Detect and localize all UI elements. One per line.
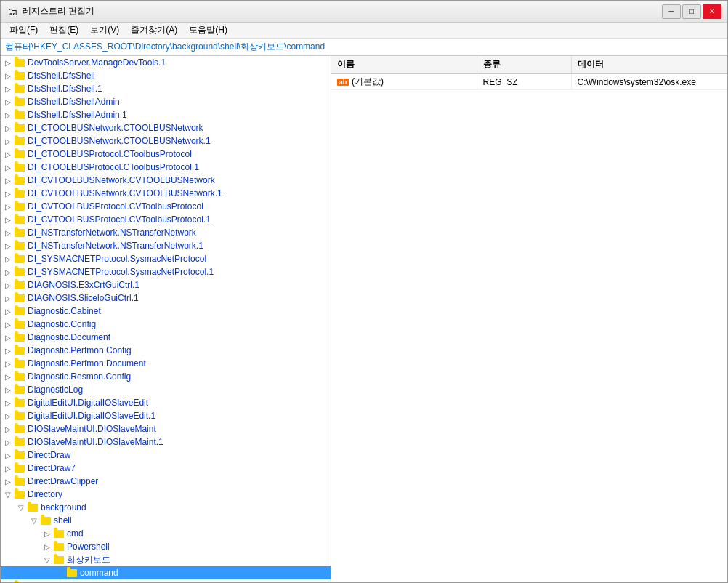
menu-edit[interactable]: 편집(E) bbox=[44, 23, 84, 38]
tree-item[interactable]: ▷ Diagnostic.Resmon.Config bbox=[1, 370, 331, 383]
tree-item[interactable]: ▷ DI_SYSMACNETProtocol.SysmacNetProtocol bbox=[1, 252, 331, 265]
folder-icon bbox=[14, 423, 25, 435]
expand-icon: ▷ bbox=[2, 226, 14, 239]
table-row[interactable]: ab (기본값) REG_SZ C:\Windows\system32\osk.… bbox=[331, 73, 727, 90]
expand-icon: ▷ bbox=[2, 187, 14, 200]
item-label: DI_CTOOLBUSNetwork.CTOOLBUSNetwork bbox=[28, 123, 203, 133]
folder-icon bbox=[14, 397, 25, 409]
tree-item[interactable]: ▷ Diagnostic.Perfmon.Document bbox=[1, 357, 331, 370]
tree-item-powershell[interactable]: ▷ Powershell bbox=[1, 540, 331, 553]
item-label: DirectDraw7 bbox=[28, 463, 76, 473]
item-label: Diagnostic.Perfmon.Config bbox=[28, 345, 132, 355]
menu-help[interactable]: 도움말(H) bbox=[183, 23, 233, 38]
tree-item[interactable]: ▷ DIAGNOSIS.E3xCrtGuiCtrl.1 bbox=[1, 278, 331, 292]
close-button[interactable]: ✕ bbox=[703, 4, 721, 19]
tree-item[interactable]: ▷ DfsShell.DfsShell bbox=[1, 69, 331, 82]
menu-favorites[interactable]: 즐겨찾기(A) bbox=[125, 23, 183, 38]
item-label: DI_SYSMACNETProtocol.SysmacNetProtocol.1 bbox=[28, 267, 214, 277]
tree-item-background[interactable]: ▽ background bbox=[1, 501, 331, 514]
folder-icon bbox=[14, 292, 25, 304]
tree-item-shell[interactable]: ▽ shell bbox=[1, 514, 331, 527]
tree-item[interactable]: ▷ DI_CVTOOLBUSNetwork.CVTOOLBUSNetwork bbox=[1, 174, 331, 187]
address-bar: 컴퓨터\HKEY_CLASSES_ROOT\Directory\backgrou… bbox=[1, 39, 727, 56]
menu-view[interactable]: 보기(V) bbox=[84, 23, 125, 38]
expand-icon: ▷ bbox=[2, 161, 14, 174]
item-label: DigitalEditUI.DigitalIOSlaveEdit.1 bbox=[28, 411, 155, 421]
item-label: DfsShell.DfsShell.1 bbox=[28, 84, 102, 94]
item-label: cmd bbox=[67, 528, 84, 539]
expand-icon: ▷ bbox=[2, 318, 14, 331]
ab-icon: ab bbox=[337, 79, 349, 86]
tree-item[interactable]: ▷ DfsShell.DfsShell.1 bbox=[1, 82, 331, 95]
tree-item[interactable]: ▷ DI_SYSMACNETProtocol.SysmacNetProtocol… bbox=[1, 265, 331, 278]
tree-item[interactable]: ▷ DI_CVTOOLBUSProtocol.CVToolbusProtocol bbox=[1, 200, 331, 213]
expand-icon: ▷ bbox=[2, 213, 14, 226]
item-label: DI_CTOOLBUSNetwork.CTOOLBUSNetwork.1 bbox=[28, 136, 211, 146]
menu-bar: 파일(F) 편집(E) 보기(V) 즐겨찾기(A) 도움말(H) bbox=[1, 23, 727, 39]
tree-item[interactable]: ▷ Diagnostic.Config bbox=[1, 318, 331, 331]
tree-item[interactable]: ▷ DI_CTOOLBUSProtocol.CToolbusProtocol bbox=[1, 148, 331, 161]
tree-item[interactable]: ▷ DI_NSTransferNetwork.NSTransferNetwork… bbox=[1, 239, 331, 252]
tree-item[interactable]: ▷ Diagnostic.Document bbox=[1, 331, 331, 344]
tree-item-shellex[interactable]: ▷ shellex bbox=[1, 579, 331, 582]
expand-icon: ▷ bbox=[2, 422, 14, 435]
item-label: shellex bbox=[28, 581, 54, 582]
item-label: DIOSlaveMaintUI.DIOSlaveMaint.1 bbox=[28, 437, 163, 447]
menu-file[interactable]: 파일(F) bbox=[4, 23, 44, 38]
tree-item[interactable]: ▷ DI_CVTOOLBUSNetwork.CVTOOLBUSNetwork.1 bbox=[1, 187, 331, 200]
tree-item[interactable]: ▷ DfsShell.DfsShellAdmin.1 bbox=[1, 108, 331, 121]
expand-icon: ▷ bbox=[41, 527, 53, 540]
tree-item[interactable]: ▷ DI_CTOOLBUSProtocol.CToolbusProtocol.1 bbox=[1, 161, 331, 174]
folder-icon bbox=[14, 253, 25, 265]
tree-item[interactable]: ▷ DiagnosticLog bbox=[1, 383, 331, 396]
tree-item[interactable]: ▷ DI_CTOOLBUSNetwork.CTOOLBUSNetwork bbox=[1, 121, 331, 134]
maximize-button[interactable]: □ bbox=[682, 4, 701, 19]
item-label: DirectDrawClipper bbox=[28, 476, 98, 486]
tree-item-directory[interactable]: ▽ Directory bbox=[1, 488, 331, 501]
column-name[interactable]: 이름 bbox=[331, 56, 477, 73]
expand-icon: ▷ bbox=[2, 370, 14, 383]
tree-item[interactable]: ▷ DI_NSTransferNetwork.NSTransferNetwork bbox=[1, 226, 331, 239]
folder-icon bbox=[14, 83, 25, 95]
tree-item[interactable]: ▷ DigitalEditUI.DigitalIOSlaveEdit bbox=[1, 396, 331, 409]
registry-tree[interactable]: ▷ DevToolsServer.ManageDevTools.1 ▷ DfsS… bbox=[1, 56, 331, 582]
tree-item[interactable]: ▷ Diagnostic.Perfmon.Config bbox=[1, 344, 331, 357]
folder-icon bbox=[14, 488, 25, 500]
tree-item[interactable]: ▷ DirectDrawClipper bbox=[1, 475, 331, 488]
item-label: Diagnostic.Resmon.Config bbox=[28, 371, 131, 382]
column-type[interactable]: 종류 bbox=[477, 56, 571, 73]
folder-icon bbox=[14, 305, 25, 317]
title-text: 레지스트리 편집기 bbox=[23, 5, 94, 17]
tree-item-cmd[interactable]: ▷ cmd bbox=[1, 527, 331, 540]
item-label: DfsShell.DfsShellAdmin.1 bbox=[28, 110, 127, 120]
expand-icon: ▷ bbox=[2, 252, 14, 265]
tree-item[interactable]: ▷ Diagnostic.Cabinet bbox=[1, 305, 331, 318]
tree-item[interactable]: ▷ DirectDraw7 bbox=[1, 462, 331, 475]
item-label: DevToolsServer.ManageDevTools.1 bbox=[28, 57, 166, 68]
tree-item[interactable]: ▷ DIOSlaveMaintUI.DIOSlaveMaint.1 bbox=[1, 435, 331, 449]
item-label: DIAGNOSIS.SliceloGuiCtrl.1 bbox=[28, 293, 139, 303]
tree-item-keyboard[interactable]: ▽ 화상키보드 bbox=[1, 553, 331, 566]
folder-icon bbox=[14, 135, 25, 147]
column-data[interactable]: 데이터 bbox=[571, 56, 727, 73]
registry-editor-window: 🗂 레지스트리 편집기 ─ □ ✕ 파일(F) 편집(E) 보기(V) 즐겨찾기… bbox=[0, 0, 728, 583]
folder-icon bbox=[53, 554, 65, 566]
item-label: Powershell bbox=[67, 542, 110, 552]
tree-item-command[interactable]: command bbox=[1, 566, 331, 579]
address-path: 컴퓨터\HKEY_CLASSES_ROOT\Directory\backgrou… bbox=[5, 41, 325, 53]
tree-item[interactable]: ▷ DIAGNOSIS.SliceloGuiCtrl.1 bbox=[1, 292, 331, 305]
minimize-button[interactable]: ─ bbox=[662, 4, 681, 19]
tree-item[interactable]: ▷ DigitalEditUI.DigitalIOSlaveEdit.1 bbox=[1, 409, 331, 422]
item-label: DI_CVTOOLBUSProtocol.CVToolbusProtocol.1 bbox=[28, 214, 211, 225]
tree-item[interactable]: ▷ DirectDraw bbox=[1, 449, 331, 462]
tree-item[interactable]: ▷ DIOSlaveMaintUI.DIOSlaveMaint bbox=[1, 422, 331, 435]
item-label: Diagnostic.Cabinet bbox=[28, 306, 101, 316]
expand-icon bbox=[54, 566, 66, 579]
tree-item[interactable]: ▷ DevToolsServer.ManageDevTools.1 bbox=[1, 56, 331, 69]
tree-item[interactable]: ▷ DI_CVTOOLBUSProtocol.CVToolbusProtocol… bbox=[1, 213, 331, 226]
expand-icon: ▷ bbox=[2, 69, 14, 82]
expand-icon: ▷ bbox=[2, 121, 14, 134]
folder-icon bbox=[14, 345, 25, 356]
tree-item[interactable]: ▷ DfsShell.DfsShellAdmin bbox=[1, 95, 331, 108]
tree-item[interactable]: ▷ DI_CTOOLBUSNetwork.CTOOLBUSNetwork.1 bbox=[1, 134, 331, 148]
